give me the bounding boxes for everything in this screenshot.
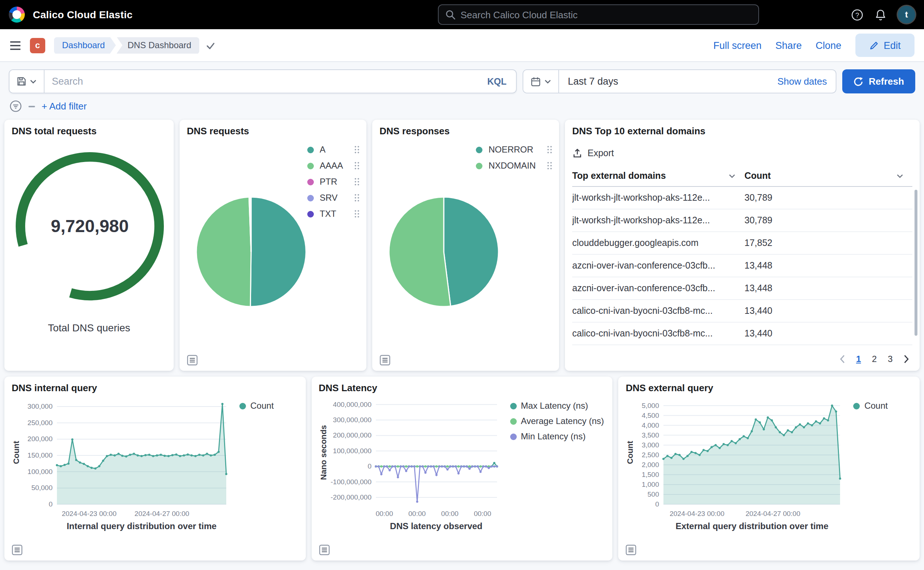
count-cell: 13,440 <box>745 328 912 339</box>
legend-item[interactable]: Average Latency (ns) <box>510 416 605 426</box>
domain-cell: azcni-over-ivan-conference-03cfb... <box>572 283 745 293</box>
refresh-icon <box>854 76 864 86</box>
add-filter-link[interactable]: + Add filter <box>41 101 87 112</box>
clone-button[interactable]: Clone <box>816 40 841 51</box>
export-button[interactable]: Export <box>572 148 614 158</box>
legend-item[interactable]: Min Latency (ns) <box>510 431 605 441</box>
edit-button[interactable]: Edit <box>855 34 915 57</box>
svg-text:100,000: 100,000 <box>28 468 52 475</box>
kql-toggle[interactable]: KQL <box>478 70 516 93</box>
svg-text:00:00: 00:00 <box>441 510 458 518</box>
elastic-logo[interactable] <box>9 6 25 23</box>
calendar-button[interactable] <box>523 70 559 93</box>
global-search-input[interactable] <box>461 9 752 20</box>
svg-text:2024-04-23 00:00: 2024-04-23 00:00 <box>670 510 725 518</box>
sort-chevron-icon <box>728 173 736 178</box>
dns-responses-pie-chart[interactable] <box>387 195 501 309</box>
legend-actions-icon[interactable] <box>354 162 359 170</box>
legend-swatch-icon <box>510 403 516 409</box>
previous-page-icon[interactable] <box>839 355 845 363</box>
breadcrumb-dns-dashboard: DNS Dashboard <box>116 37 199 54</box>
svg-text:200,000: 200,000 <box>28 435 52 443</box>
full-screen-button[interactable]: Full screen <box>713 40 762 51</box>
legend-item-a[interactable]: A <box>320 144 343 155</box>
count-cell: 13,440 <box>745 306 912 316</box>
time-range-value[interactable]: Last 7 days <box>568 76 618 87</box>
column-header-count[interactable]: Count <box>745 171 912 181</box>
dns-external-query-chart[interactable]: 05001,0001,5002,0002,5003,0003,5004,0004… <box>626 395 846 520</box>
svg-text:3,000: 3,000 <box>642 441 659 449</box>
legend-item-nxdomain[interactable]: NXDOMAIN <box>489 161 536 171</box>
save-icon <box>17 77 26 86</box>
legend-actions-icon[interactable] <box>547 146 552 154</box>
svg-text:50,000: 50,000 <box>31 484 52 492</box>
legend-actions-icon[interactable] <box>354 194 359 202</box>
domain-cell: azcni-over-ivan-conference-03cfb... <box>572 260 745 271</box>
show-dates-link[interactable]: Show dates <box>777 76 827 87</box>
saved-check-icon <box>206 40 215 50</box>
legend-item[interactable]: Count <box>854 401 912 411</box>
legend-actions-icon[interactable] <box>354 146 359 154</box>
svg-text:200,000,000: 200,000,000 <box>333 431 371 439</box>
dashboard-app: Calico Cloud Elastic ? t c Dashboard DNS… <box>0 0 924 570</box>
user-avatar[interactable]: t <box>898 6 915 23</box>
legend-item[interactable]: Max Latency (ns) <box>510 401 605 411</box>
share-button[interactable]: Share <box>775 40 802 51</box>
chart-legend: Max Latency (ns)Average Latency (ns)Min … <box>503 395 605 531</box>
table-row: azcni-over-ivan-conference-03cfb...13,44… <box>572 255 912 277</box>
table-row: clouddebugger.googleapis.com17,852 <box>572 232 912 255</box>
legend-actions-icon[interactable] <box>354 210 359 218</box>
query-search-input[interactable] <box>44 70 478 93</box>
global-search[interactable] <box>438 5 759 25</box>
filter-icon[interactable] <box>9 100 22 112</box>
domain-cell: jlt-worksh-jlt-workshop-aks-112e... <box>572 215 745 225</box>
legend-item-label: Average Latency (ns) <box>521 416 604 426</box>
legend-actions-icon[interactable] <box>547 162 552 170</box>
notifications-icon[interactable] <box>874 8 887 21</box>
page-number-1[interactable]: 1 <box>856 354 861 364</box>
panel-dns-latency: DNS Latency -200,000,000-100,000,0000100… <box>311 377 612 561</box>
legend-item-label: Count <box>864 401 888 411</box>
page-number-2[interactable]: 2 <box>872 354 876 364</box>
legend-item-txt[interactable]: TXT <box>320 209 343 219</box>
dns-internal-query-chart[interactable]: 050,000100,000150,000200,000250,000300,0… <box>12 395 232 520</box>
chevron-down-icon <box>30 79 37 84</box>
legend-toggle-icon[interactable] <box>187 355 198 366</box>
legend-swatch-icon <box>510 433 516 440</box>
legend-item-noerror[interactable]: NOERROR <box>489 144 536 155</box>
table-row: jlt-worksh-jlt-workshop-aks-112e...30,78… <box>572 210 912 232</box>
dns-latency-chart[interactable]: -200,000,000-100,000,0000100,000,000200,… <box>319 395 503 520</box>
legend-toggle-icon[interactable] <box>319 544 329 555</box>
table-row: jlt-worksh-jlt-workshop-aks-112e...30,78… <box>572 187 912 210</box>
scrollbar[interactable] <box>915 190 918 336</box>
next-page-icon[interactable] <box>904 355 909 363</box>
refresh-button[interactable]: Refresh <box>842 69 915 93</box>
legend-toggle-icon[interactable] <box>626 544 637 555</box>
svg-text:Nano seconds: Nano seconds <box>319 425 328 480</box>
breadcrumb-dashboard[interactable]: Dashboard <box>54 37 116 54</box>
legend-toggle-icon[interactable] <box>380 355 391 366</box>
page-number-3[interactable]: 3 <box>888 354 893 364</box>
legend-swatch-icon <box>476 162 483 169</box>
menu-icon[interactable] <box>9 40 21 50</box>
legend-item-aaaa[interactable]: AAAA <box>320 161 343 171</box>
column-header-top-external-domains[interactable]: Top external domains <box>572 171 745 181</box>
saved-query-button[interactable] <box>9 70 44 93</box>
svg-text:4,500: 4,500 <box>642 412 659 419</box>
legend-toggle-icon[interactable] <box>12 544 23 555</box>
dns-requests-pie-chart[interactable] <box>194 195 308 309</box>
refresh-button-label: Refresh <box>869 76 904 87</box>
dns-responses-legend: NOERRORNXDOMAIN <box>476 144 552 171</box>
legend-item-srv[interactable]: SRV <box>320 193 343 203</box>
svg-text:500: 500 <box>648 490 659 498</box>
legend-item[interactable]: Count <box>239 401 298 411</box>
svg-text:0: 0 <box>368 462 371 470</box>
filter-bar: + Add filter <box>0 93 924 115</box>
space-badge[interactable]: c <box>30 38 45 53</box>
count-cell: 13,448 <box>745 283 912 293</box>
domain-cell: jlt-worksh-jlt-workshop-aks-112e... <box>572 193 745 203</box>
svg-text:300,000: 300,000 <box>28 403 52 410</box>
legend-actions-icon[interactable] <box>354 178 359 186</box>
legend-item-ptr[interactable]: PTR <box>320 177 343 187</box>
help-icon[interactable]: ? <box>851 8 863 21</box>
